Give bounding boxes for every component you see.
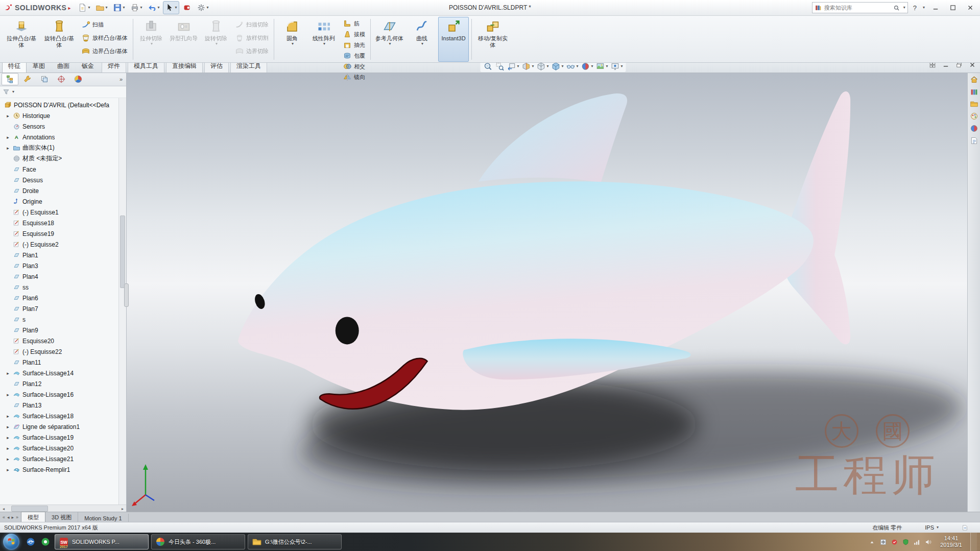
extrude-boss-button[interactable]: 拉伸凸台/基体 <box>3 17 40 62</box>
revolve-boss-button[interactable]: 旋转凸台/基体 <box>41 17 78 62</box>
help-caret[interactable]: ▾ <box>923 6 925 10</box>
tree-item[interactable]: Plan4 <box>0 271 126 282</box>
expand-arrow[interactable]: ▸ <box>5 414 11 419</box>
panel-tab-feature-manager[interactable] <box>2 73 18 85</box>
window-minimize-button[interactable] <box>929 3 942 13</box>
expand-arrow[interactable]: ▸ <box>5 446 11 451</box>
filter-funnel-icon[interactable] <box>3 88 10 95</box>
task-pane-appearances-button[interactable] <box>970 124 978 133</box>
tree-item[interactable]: ▸AAnnotations <box>0 132 126 142</box>
wrap-button[interactable]: 包覆 <box>340 51 368 60</box>
dropdown-caret[interactable]: ▾ <box>207 6 209 10</box>
save-button[interactable]: ▾ <box>111 1 127 14</box>
undo-button[interactable]: ▾ <box>146 1 162 14</box>
graphics-area[interactable]: 50 大國 工程师 <box>126 73 980 512</box>
taskbar-app-pinwheel[interactable]: 今日头条 - 360极... <box>151 534 245 549</box>
panel-tab-dimxpert-manager[interactable] <box>53 74 69 85</box>
move-copy-bodies-button[interactable]: 移动/复制实体 <box>474 17 511 62</box>
dropdown-caret[interactable]: ▾ <box>175 6 177 10</box>
window-maximize-button[interactable] <box>946 3 960 13</box>
tray-security-red-icon[interactable] <box>891 538 898 546</box>
settings-button[interactable]: ▾ <box>195 1 211 14</box>
dropdown-caret[interactable]: ▾ <box>158 6 160 10</box>
select-arrow-button[interactable]: ▾ <box>163 1 179 14</box>
search-icon[interactable] <box>893 5 900 11</box>
task-pane-design-library-button[interactable] <box>970 87 978 96</box>
task-pane-home-button[interactable] <box>970 75 978 84</box>
linear-pattern-button[interactable]: 线性阵列▾ <box>308 17 339 62</box>
scroll-right-arrow[interactable]: ▸ <box>119 507 126 511</box>
tree-item[interactable]: ▸Surface-Lissage18 <box>0 411 126 421</box>
doc-tab-nav-first[interactable]: « <box>3 515 5 520</box>
tree-item[interactable]: Dessus <box>0 175 126 185</box>
curves-button[interactable]: 曲线▾ <box>407 17 437 62</box>
show-desktop-button[interactable] <box>970 533 977 551</box>
tree-item[interactable]: ▸Historique <box>0 110 126 121</box>
expand-arrow[interactable]: ▸ <box>5 371 11 376</box>
tray-ime-icon[interactable] <box>879 538 887 546</box>
unit-caret[interactable]: ▾ <box>937 525 939 530</box>
unit-system-selector[interactable]: IPS ▾ <box>925 524 939 531</box>
start-button[interactable] <box>3 534 19 550</box>
swept-boss-button[interactable]: 扫描 <box>79 19 130 31</box>
tree-item[interactable]: Plan6 <box>0 293 126 303</box>
menu-flyout-arrow[interactable]: ▸ <box>68 5 70 11</box>
tree-item[interactable]: ▸Surface-Lissage16 <box>0 389 126 400</box>
panel-tab-property-manager[interactable] <box>19 74 35 85</box>
open-button[interactable]: ▾ <box>93 1 110 14</box>
tree-item[interactable]: Origine <box>0 196 126 207</box>
dropdown-caret[interactable]: ▾ <box>389 42 391 46</box>
tree-root[interactable]: POISSON D'AVRIL (Default<<Defa <box>0 100 126 110</box>
panel-splitter-grip[interactable] <box>124 283 129 307</box>
tree-item[interactable]: Esquisse19 <box>0 228 126 239</box>
doc-tab-motion-study-1[interactable]: Motion Study 1 <box>78 514 128 522</box>
panel-tab-display-manager[interactable] <box>70 74 86 85</box>
expand-arrow[interactable]: ▸ <box>5 435 11 440</box>
tree-item[interactable]: Esquisse20 <box>0 336 126 346</box>
fillet-button[interactable]: 圆角▾ <box>277 17 307 62</box>
dropdown-caret[interactable]: ▾ <box>106 6 108 10</box>
tree-item[interactable]: ▸Surface-Lissage20 <box>0 443 126 453</box>
tree-item[interactable]: Plan12 <box>0 378 126 389</box>
draft-button[interactable]: 拔模 <box>340 30 368 39</box>
tree-item[interactable]: Plan1 <box>0 250 126 260</box>
dropdown-caret[interactable]: ▾ <box>532 64 534 68</box>
dropdown-caret[interactable]: ▾ <box>323 42 325 46</box>
taskbar-app-solidworks[interactable]: SW2017SOLIDWORKS P... <box>55 534 149 549</box>
task-pane-view-palette-button[interactable] <box>970 112 978 121</box>
expand-arrow[interactable]: ▸ <box>5 135 11 140</box>
quick-launch-360[interactable] <box>39 535 52 548</box>
scroll-left-arrow[interactable]: ◂ <box>0 507 7 511</box>
dropdown-caret[interactable]: ▾ <box>561 64 563 68</box>
dropdown-caret[interactable]: ▾ <box>123 6 125 10</box>
tree-item[interactable]: Droite <box>0 185 126 196</box>
dropdown-caret[interactable]: ▾ <box>606 64 608 68</box>
dropdown-caret[interactable]: ▾ <box>517 64 519 68</box>
tree-item[interactable]: Sensors <box>0 121 126 132</box>
tree-item[interactable]: Plan7 <box>0 303 126 314</box>
tray-network-icon[interactable] <box>913 538 921 546</box>
tree-item[interactable]: ▸Surface-Lissage14 <box>0 368 126 378</box>
tree-item[interactable]: Plan13 <box>0 400 126 411</box>
expand-arrow[interactable]: ▸ <box>5 467 11 472</box>
quick-launch-ie[interactable] <box>24 535 37 548</box>
tree-item[interactable]: ▸Ligne de séparation1 <box>0 421 126 432</box>
doc-tab-3d-views[interactable]: 3D 视图 <box>45 512 78 522</box>
shell-button[interactable]: 抽壳 <box>340 40 368 50</box>
print-button[interactable]: ▾ <box>128 1 145 14</box>
tray-volume-icon[interactable] <box>924 538 932 546</box>
tree-item[interactable]: Plan3 <box>0 260 126 271</box>
shark-model[interactable] <box>238 91 850 410</box>
tree-item[interactable]: (-) Esquisse22 <box>0 346 126 357</box>
dropdown-caret[interactable]: ▾ <box>292 42 294 46</box>
doc-tab-nav-last[interactable]: » <box>16 515 18 520</box>
filter-caret[interactable]: ▾ <box>12 90 14 94</box>
dropdown-caret[interactable]: ▾ <box>621 64 623 68</box>
dropdown-caret[interactable]: ▾ <box>216 42 218 46</box>
expand-arrow[interactable]: ▸ <box>5 424 11 429</box>
app-logo-menu[interactable]: SOLIDWORKS ▸ <box>3 3 70 13</box>
intersect-button[interactable]: 相交 <box>340 62 368 71</box>
tree-item[interactable]: Face <box>0 164 126 175</box>
taskbar-clock[interactable]: 14:41 2019/3/1 <box>936 535 967 548</box>
doc-tab-model[interactable]: 模型 <box>21 512 45 522</box>
